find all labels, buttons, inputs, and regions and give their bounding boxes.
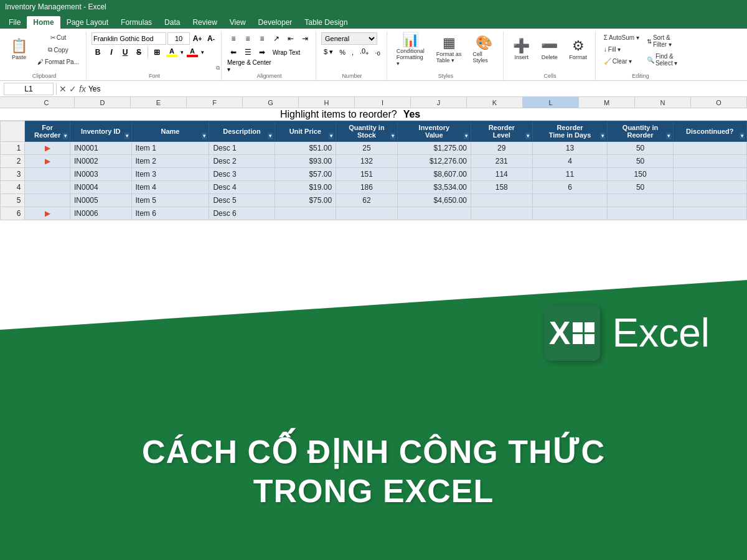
- name-3[interactable]: Item 3: [131, 168, 209, 181]
- italic-button[interactable]: I: [105, 46, 118, 58]
- format-as-table-button[interactable]: ▦ Format asTable ▾: [432, 32, 466, 67]
- wrap-text-button[interactable]: Wrap Text: [270, 46, 303, 58]
- font-size-input[interactable]: [167, 32, 190, 45]
- font-color-button[interactable]: A: [185, 47, 200, 57]
- reorder-time-1[interactable]: 13: [532, 142, 608, 155]
- cell-styles-button[interactable]: 🎨 Cell Styles: [468, 32, 499, 67]
- discontinued-filter[interactable]: ▾: [740, 133, 745, 139]
- cell-reference-box[interactable]: [4, 83, 54, 95]
- col-header-n[interactable]: N: [635, 97, 691, 108]
- number-format-select[interactable]: General Number Currency Percentage: [321, 32, 377, 45]
- currency-button[interactable]: $ ▾: [321, 47, 336, 57]
- align-center-button[interactable]: ☰: [241, 46, 255, 58]
- reorder-lvl-3[interactable]: 114: [471, 168, 532, 181]
- sort-filter-button[interactable]: ⇅ Sort &Filter ▾: [644, 32, 681, 50]
- col-header-inv-value[interactable]: InventoryValue▾: [397, 121, 471, 142]
- fill-button[interactable]: ↓ Fill ▾: [601, 44, 642, 55]
- col-header-unit-price[interactable]: Unit Price▾: [275, 121, 336, 142]
- price-1[interactable]: $51.00: [275, 142, 336, 155]
- tab-table-design[interactable]: Table Design: [298, 16, 354, 29]
- autosum-button[interactable]: Σ AutoSum ▾: [601, 32, 642, 43]
- price-3[interactable]: $57.00: [275, 168, 336, 181]
- col-header-reorder-level[interactable]: ReorderLevel▾: [471, 121, 532, 142]
- col-header-g[interactable]: G: [243, 97, 299, 108]
- clear-button[interactable]: 🧹 Clear ▾: [601, 56, 642, 67]
- conditional-formatting-button[interactable]: 📊 ConditionalFormatting ▾: [392, 32, 430, 67]
- reorder-time-5[interactable]: [532, 194, 608, 207]
- tab-view[interactable]: View: [223, 16, 252, 29]
- inv-value-filter[interactable]: ▾: [464, 133, 469, 139]
- discontinued-2[interactable]: [673, 155, 746, 168]
- paste-button[interactable]: 📋 Paste: [6, 32, 32, 67]
- reorder-lvl-4[interactable]: 158: [471, 181, 532, 194]
- borders-button[interactable]: ⊞: [151, 46, 163, 58]
- col-header-o[interactable]: O: [691, 97, 747, 108]
- qty-5[interactable]: 62: [336, 194, 398, 207]
- reorder-time-6[interactable]: [532, 207, 608, 220]
- inv-val-2[interactable]: $12,276.00: [397, 155, 471, 168]
- copy-button[interactable]: ⧉ Copy: [34, 44, 82, 55]
- tab-file[interactable]: File: [2, 16, 27, 29]
- col-header-qty-reorder[interactable]: Quantity inReorder▾: [608, 121, 673, 142]
- qty-6[interactable]: [336, 207, 398, 220]
- qty-reorder-5[interactable]: [608, 194, 673, 207]
- tab-review[interactable]: Review: [186, 16, 223, 29]
- col-header-name[interactable]: Name▾: [131, 121, 209, 142]
- orientation-button[interactable]: ↗: [270, 32, 283, 45]
- col-header-j[interactable]: J: [411, 97, 467, 108]
- tab-home[interactable]: Home: [27, 16, 60, 29]
- decimal-increase-button[interactable]: .0+: [357, 46, 372, 58]
- merge-center-button[interactable]: Merge & Center ▾: [227, 60, 276, 72]
- tab-formulas[interactable]: Formulas: [115, 16, 158, 29]
- strikethrough-button[interactable]: S: [133, 46, 145, 58]
- comma-button[interactable]: ,: [349, 47, 356, 57]
- desc-2[interactable]: Desc 2: [209, 155, 275, 168]
- unit-price-filter[interactable]: ▾: [329, 133, 334, 139]
- align-right-button[interactable]: ➡: [255, 46, 269, 58]
- fill-dropdown[interactable]: ▾: [181, 49, 184, 55]
- name-filter[interactable]: ▾: [202, 133, 207, 139]
- col-header-d[interactable]: D: [75, 97, 131, 108]
- format-button[interactable]: ⚙ Format: [565, 32, 591, 67]
- col-header-k[interactable]: K: [467, 97, 523, 108]
- reorder-lvl-5[interactable]: [471, 194, 532, 207]
- decimal-decrease-button[interactable]: .0: [373, 46, 383, 58]
- align-top-center-button[interactable]: ≡: [241, 32, 255, 45]
- qty-stock-filter[interactable]: ▾: [390, 133, 395, 139]
- price-5[interactable]: $75.00: [275, 194, 336, 207]
- inv-val-5[interactable]: $4,650.00: [397, 194, 471, 207]
- inv-id-4[interactable]: IN0004: [70, 181, 131, 194]
- tab-developer[interactable]: Developer: [252, 16, 299, 29]
- font-group-expander[interactable]: ⧉: [216, 65, 220, 72]
- inv-id-1[interactable]: IN0001: [70, 142, 131, 155]
- reorder-time-2[interactable]: 4: [532, 155, 608, 168]
- inv-id-6[interactable]: IN0006: [70, 207, 131, 220]
- price-4[interactable]: $19.00: [275, 181, 336, 194]
- col-header-description[interactable]: Description▾: [209, 121, 275, 142]
- col-header-inventory-id[interactable]: Inventory ID▾: [70, 121, 131, 142]
- inv-val-4[interactable]: $3,534.00: [397, 181, 471, 194]
- align-left-button[interactable]: ⬅: [227, 46, 240, 58]
- delete-button[interactable]: ➖ Delete: [537, 32, 562, 67]
- confirm-formula-icon[interactable]: ✓: [69, 84, 77, 94]
- discontinued-4[interactable]: [673, 181, 746, 194]
- indent-increase-button[interactable]: ⇥: [298, 32, 312, 45]
- qty-reorder-3[interactable]: 150: [608, 168, 673, 181]
- col-header-h[interactable]: H: [299, 97, 355, 108]
- desc-6[interactable]: Desc 6: [209, 207, 275, 220]
- name-6[interactable]: Item 6: [131, 207, 209, 220]
- tab-page-layout[interactable]: Page Layout: [60, 16, 115, 29]
- format-painter-button[interactable]: 🖌 Format Pa...: [34, 57, 82, 67]
- reorder-time-filter[interactable]: ▾: [600, 133, 605, 139]
- insert-function-icon[interactable]: fx: [79, 84, 86, 94]
- qty-reorder-1[interactable]: 50: [608, 142, 673, 155]
- qty-reorder-6[interactable]: [608, 207, 673, 220]
- underline-button[interactable]: U: [119, 46, 131, 58]
- inventory-id-filter[interactable]: ▾: [125, 133, 129, 139]
- cut-button[interactable]: ✂ Cut: [34, 32, 82, 43]
- col-header-reorder[interactable]: ForReorder▾: [25, 121, 70, 142]
- description-filter[interactable]: ▾: [268, 133, 273, 139]
- col-header-e[interactable]: E: [131, 97, 187, 108]
- percent-button[interactable]: %: [337, 47, 348, 57]
- reorder-time-4[interactable]: 6: [532, 181, 608, 194]
